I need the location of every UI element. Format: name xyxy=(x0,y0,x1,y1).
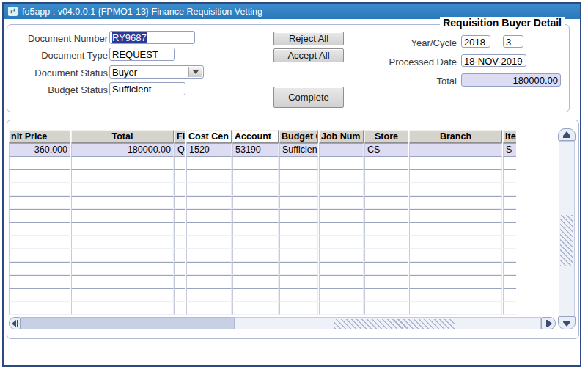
vertical-scroll-track[interactable] xyxy=(559,141,575,316)
grid-cell[interactable] xyxy=(279,262,318,275)
grid-cell[interactable] xyxy=(174,196,185,209)
grid-cell[interactable]: S xyxy=(503,143,516,156)
grid-cell[interactable] xyxy=(503,236,516,249)
grid-cell[interactable] xyxy=(174,262,185,275)
grid-cell[interactable] xyxy=(71,183,174,196)
grid-cell[interactable] xyxy=(409,249,502,262)
grid-cell[interactable] xyxy=(319,222,364,236)
grid-cell[interactable] xyxy=(279,302,318,315)
grid-cell[interactable] xyxy=(364,183,408,196)
grid-cell[interactable] xyxy=(174,275,185,288)
grid-cell[interactable] xyxy=(409,209,502,222)
grid-cell[interactable] xyxy=(71,249,174,262)
document-number-field[interactable]: RY9687 xyxy=(109,31,195,44)
scroll-right-button[interactable] xyxy=(541,317,556,329)
grid-cell[interactable] xyxy=(9,196,70,209)
grid-cell[interactable] xyxy=(279,236,318,249)
grid-cell[interactable] xyxy=(232,209,279,222)
grid-cell[interactable] xyxy=(232,275,279,288)
grid-cell[interactable] xyxy=(319,302,364,315)
grid-cell[interactable] xyxy=(9,249,70,262)
grid-cell[interactable] xyxy=(71,222,174,236)
grid-cell[interactable] xyxy=(9,275,70,288)
grid-cell[interactable] xyxy=(409,143,502,156)
grid-cell[interactable] xyxy=(174,156,185,169)
grid-cell[interactable]: Q xyxy=(174,143,185,156)
grid-cell[interactable] xyxy=(174,209,185,222)
vertical-scrollbar[interactable] xyxy=(558,128,576,329)
grid-cell[interactable] xyxy=(364,275,408,288)
grid-cell[interactable] xyxy=(409,275,502,288)
grid-cell[interactable] xyxy=(232,236,279,249)
grid-cell[interactable] xyxy=(186,196,232,209)
grid-cell[interactable] xyxy=(319,169,364,183)
grid-cell[interactable] xyxy=(186,249,232,262)
grid-cell[interactable] xyxy=(409,288,502,302)
dropdown-arrow-button[interactable] xyxy=(188,67,202,77)
grid-cell[interactable] xyxy=(71,288,174,302)
grid-cell[interactable] xyxy=(503,288,516,302)
grid-cell[interactable] xyxy=(503,262,516,275)
grid-cell[interactable] xyxy=(279,222,318,236)
horizontal-scrollbar[interactable] xyxy=(9,317,556,329)
grid-cell[interactable] xyxy=(364,209,408,222)
grid-cell[interactable] xyxy=(71,302,174,315)
grid-cell[interactable] xyxy=(364,249,408,262)
grid-cell[interactable] xyxy=(232,249,279,262)
grid-cell[interactable] xyxy=(174,236,185,249)
document-type-field[interactable]: REQUEST xyxy=(109,48,175,61)
grid-cell[interactable] xyxy=(319,249,364,262)
horizontal-scroll-thumb[interactable] xyxy=(21,317,235,329)
grid-cell[interactable] xyxy=(503,169,516,183)
grid-cell[interactable] xyxy=(409,302,502,315)
document-status-dropdown[interactable]: Buyer xyxy=(109,65,204,79)
grid-cell[interactable] xyxy=(9,288,70,302)
grid-cell[interactable] xyxy=(186,275,232,288)
complete-button[interactable]: Complete xyxy=(273,87,344,108)
grid-cell[interactable] xyxy=(9,302,70,315)
grid-cell[interactable] xyxy=(9,156,70,169)
grid-cell[interactable]: 1520 xyxy=(186,143,232,156)
grid-cell[interactable] xyxy=(319,143,364,156)
grid-cell[interactable] xyxy=(319,236,364,249)
grid-cell[interactable] xyxy=(503,302,516,315)
grid-cell[interactable] xyxy=(279,196,318,209)
grid-cell[interactable] xyxy=(409,169,502,183)
grid-cell[interactable] xyxy=(174,249,185,262)
grid-cell[interactable] xyxy=(364,262,408,275)
grid-cell[interactable] xyxy=(9,169,70,183)
grid-cell[interactable] xyxy=(232,262,279,275)
grid-cell[interactable] xyxy=(174,302,185,315)
grid-cell[interactable] xyxy=(71,196,174,209)
grid-cell[interactable] xyxy=(279,249,318,262)
grid-cell[interactable] xyxy=(319,196,364,209)
grid-cell[interactable]: 53190 xyxy=(232,143,279,156)
grid-cell[interactable] xyxy=(186,262,232,275)
grid-cell[interactable] xyxy=(186,169,232,183)
grid-cell[interactable] xyxy=(174,288,185,302)
grid-cell[interactable] xyxy=(364,288,408,302)
grid-cell[interactable] xyxy=(186,288,232,302)
grid-cell[interactable]: 180000.00 xyxy=(71,143,174,156)
grid-cell[interactable] xyxy=(503,156,516,169)
scroll-left-button[interactable] xyxy=(9,317,21,329)
grid-cell[interactable] xyxy=(409,222,502,236)
grid-cell[interactable] xyxy=(364,196,408,209)
grid-cell[interactable] xyxy=(364,222,408,236)
grid-cell[interactable] xyxy=(186,183,232,196)
grid-cell[interactable] xyxy=(364,156,408,169)
grid-cell[interactable] xyxy=(279,156,318,169)
grid-cell[interactable] xyxy=(186,222,232,236)
grid-cell[interactable] xyxy=(364,302,408,315)
grid-cell[interactable] xyxy=(279,183,318,196)
grid-cell[interactable]: Sufficient xyxy=(279,143,318,156)
grid-cell[interactable] xyxy=(186,302,232,315)
grid-cell[interactable] xyxy=(364,169,408,183)
grid-cell[interactable] xyxy=(232,288,279,302)
scroll-up-button[interactable] xyxy=(558,128,576,141)
grid-cell[interactable] xyxy=(409,236,502,249)
grid-cell[interactable] xyxy=(279,288,318,302)
grid-cell[interactable] xyxy=(9,236,70,249)
grid-cell[interactable] xyxy=(409,183,502,196)
grid-cell[interactable] xyxy=(71,156,174,169)
